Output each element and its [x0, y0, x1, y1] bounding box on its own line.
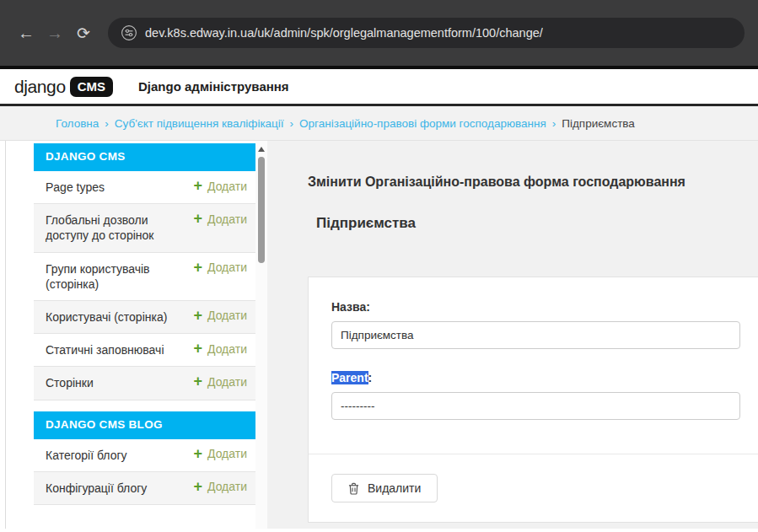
back-button[interactable]: ←: [12, 19, 40, 47]
sidebar-item-blog-configs: Конфігурації блогу + Додати: [34, 472, 255, 505]
name-input[interactable]: [331, 321, 740, 349]
add-page-type-link[interactable]: + Додати: [193, 179, 247, 193]
plus-icon: +: [193, 212, 202, 226]
url-text[interactable]: dev.k8s.edway.in.ua/uk/admin/spk/orglega…: [145, 26, 543, 40]
add-label: Додати: [207, 375, 247, 389]
delete-button-label: Видалити: [368, 481, 421, 495]
sidebar-item-global-permissions: Глобальні дозволи доступу до сторінок + …: [34, 204, 255, 252]
add-label: Додати: [207, 309, 247, 322]
scroll-up-icon[interactable]: [258, 147, 265, 152]
forward-button[interactable]: →: [40, 19, 69, 47]
add-global-permission-link[interactable]: + Додати: [193, 212, 247, 226]
add-label: Додати: [207, 342, 247, 356]
breadcrumb-orglegal-list[interactable]: Організаційно-правові форми господарюван…: [299, 117, 546, 130]
form-footer: Видалити: [309, 454, 758, 522]
sidebar-item-link[interactable]: Сторінки: [46, 375, 94, 390]
add-blog-category-link[interactable]: + Додати: [193, 447, 247, 461]
sidebar-item-link[interactable]: Конфігурації блогу: [46, 481, 147, 496]
sidebar-item-pages: Сторінки + Додати: [34, 367, 255, 400]
breadcrumb-separator: ›: [105, 117, 109, 130]
object-title: Підприємства: [316, 215, 758, 232]
sidebar-item-link[interactable]: Групи користувачів (сторінка): [46, 261, 172, 292]
page-title: Змінити Організаційно-правова форма госп…: [308, 175, 758, 190]
admin-header: django CMS Django адміністрування: [0, 69, 758, 106]
name-label: Назва:: [331, 300, 740, 314]
browser-chrome: ← → ⟳ dev.k8s.edway.in.ua/uk/admin/spk/o…: [0, 0, 758, 66]
breadcrumb-home[interactable]: Головна: [56, 117, 99, 130]
field-name: Назва:: [331, 300, 740, 349]
logo-text: django: [14, 77, 66, 97]
site-settings-icon[interactable]: [121, 25, 137, 40]
sidebar-scrollbar[interactable]: [255, 141, 267, 529]
parent-label-colon: :: [368, 371, 373, 384]
sidebar-item-link[interactable]: Статичні заповнювачі: [46, 342, 164, 357]
add-label: Додати: [207, 447, 247, 460]
trash-icon: [348, 482, 359, 495]
sidebar-item-link[interactable]: Глобальні дозволи доступу до сторінок: [46, 212, 172, 243]
add-blog-config-link[interactable]: + Додати: [193, 480, 247, 494]
sidebar-section-django-cms-blog: DJANGO CMS BLOG Категорії блогу + Додати…: [34, 411, 255, 505]
breadcrumb-spk[interactable]: Суб'єкт підвищення кваліфікації: [115, 117, 284, 130]
sidebar-item-page-users: Користувачі (сторінка) + Додати: [34, 301, 255, 334]
main-pane: Змінити Організаційно-правова форма госп…: [267, 141, 758, 529]
sidebar-item-link[interactable]: Категорії блогу: [46, 448, 127, 463]
breadcrumb-separator: ›: [290, 117, 294, 130]
change-form-card: Назва: Parent: Видалити: [308, 277, 758, 523]
site-title: Django адміністрування: [138, 79, 289, 94]
sidebar-item-page-types: Page types + Додати: [34, 171, 255, 204]
plus-icon: +: [193, 480, 202, 494]
add-page-link[interactable]: + Додати: [193, 374, 247, 389]
plus-icon: +: [193, 179, 202, 193]
scrollbar-thumb[interactable]: [258, 157, 265, 263]
plus-icon: +: [193, 261, 202, 275]
add-static-placeholder-link[interactable]: + Додати: [193, 341, 247, 356]
delete-button[interactable]: Видалити: [331, 474, 438, 502]
parent-select[interactable]: [331, 392, 740, 420]
parent-label: Parent:: [331, 371, 740, 384]
add-page-user-group-link[interactable]: + Додати: [193, 261, 247, 275]
left-gutter: [0, 141, 34, 529]
plus-icon: +: [193, 374, 202, 389]
app-sidebar: DJANGO CMS Page types + Додати Глобальні…: [34, 141, 255, 529]
sidebar-item-link[interactable]: Користувачі (сторінка): [46, 309, 167, 325]
sidebar-item-blog-categories: Категорії блогу + Додати: [34, 439, 255, 472]
breadcrumb: Головна › Суб'єкт підвищення кваліфікаці…: [0, 106, 758, 141]
sidebar-item-page-user-groups: Групи користувачів (сторінка) + Додати: [34, 253, 255, 301]
section-header-django-cms: DJANGO CMS: [34, 143, 255, 171]
add-label: Додати: [207, 480, 247, 493]
form-fields: Назва: Parent:: [309, 277, 758, 454]
plus-icon: +: [193, 309, 202, 323]
cms-badge: CMS: [70, 77, 113, 97]
address-bar[interactable]: dev.k8s.edway.in.ua/uk/admin/spk/orglega…: [108, 18, 745, 48]
section-header-django-cms-blog: DJANGO CMS BLOG: [34, 411, 255, 439]
add-label: Додати: [207, 261, 247, 274]
add-label: Додати: [207, 180, 247, 193]
sidebar-item-link[interactable]: Page types: [46, 180, 105, 195]
field-parent: Parent:: [331, 371, 740, 420]
plus-icon: +: [193, 341, 202, 356]
django-cms-logo[interactable]: django CMS: [14, 77, 113, 97]
add-label: Додати: [207, 212, 247, 226]
sidebar-item-static-placeholders: Статичні заповнювачі + Додати: [34, 334, 255, 367]
sidebar-section-django-cms: DJANGO CMS Page types + Додати Глобальні…: [34, 143, 255, 400]
breadcrumb-current: Підприємства: [562, 117, 635, 130]
add-page-user-link[interactable]: + Додати: [193, 309, 247, 323]
breadcrumb-separator: ›: [552, 117, 556, 130]
plus-icon: +: [193, 447, 202, 461]
content-area: DJANGO CMS Page types + Додати Глобальні…: [0, 141, 758, 529]
parent-label-selected-text: Parent: [331, 371, 368, 384]
refresh-button[interactable]: ⟳: [69, 19, 98, 47]
